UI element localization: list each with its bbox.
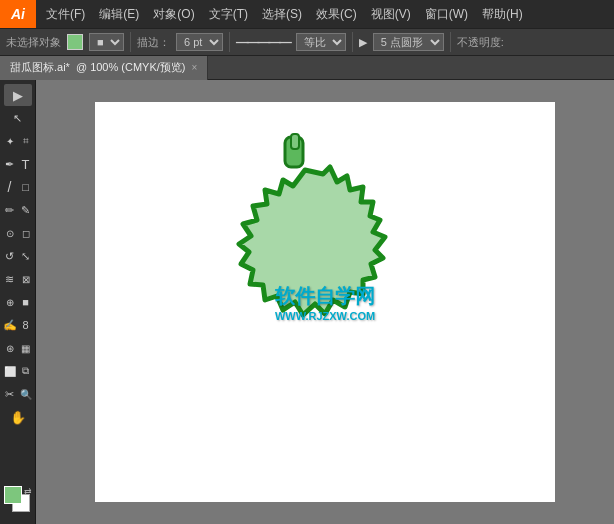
scissors-group: ✂ 🔍	[3, 383, 33, 405]
separator-4	[450, 32, 451, 52]
fill-type-dropdown[interactable]: ■	[89, 33, 124, 51]
stroke-label: 描边：	[137, 35, 170, 50]
shape-group: ⊕ ■	[3, 291, 33, 313]
pen-tool[interactable]: ✒	[3, 153, 17, 175]
foreground-color[interactable]	[4, 486, 22, 504]
no-selection-label: 未选择对象	[6, 35, 61, 50]
toolbar: ▶ ↖ ✦ ⌗ ✒ T / □ ✏ ✎ ⊙ ◻ ↺ ⤡ ≋ ⊠	[0, 80, 36, 524]
eyedrop-group: ✍ 8	[3, 314, 33, 336]
symbol-spray-tool[interactable]: ⊛	[3, 337, 17, 359]
blend-tool[interactable]: 8	[19, 314, 33, 336]
direct-select-tool[interactable]: ↖	[4, 107, 32, 129]
menu-effect[interactable]: 效果(C)	[310, 4, 363, 25]
warp-group: ≋ ⊠	[3, 268, 33, 290]
slice-tool[interactable]: ⧉	[19, 360, 33, 382]
menu-edit[interactable]: 编辑(E)	[93, 4, 145, 25]
separator-2	[229, 32, 230, 52]
rotate-tool[interactable]: ↺	[3, 245, 17, 267]
melon-icon	[175, 132, 435, 452]
free-transform-tool[interactable]: ⊠	[19, 268, 33, 290]
magic-wand-group: ✦ ⌗	[3, 130, 33, 152]
magic-wand-tool[interactable]: ✦	[3, 130, 17, 152]
menu-object[interactable]: 对象(O)	[147, 4, 200, 25]
blob-brush-tool[interactable]: ⊙	[3, 222, 17, 244]
blob-group: ⊙ ◻	[3, 222, 33, 244]
shape-builder-tool[interactable]: ⊕	[3, 291, 17, 313]
line-style-dropdown[interactable]: 等比	[296, 33, 346, 51]
menu-bar: 文件(F) 编辑(E) 对象(O) 文字(T) 选择(S) 效果(C) 视图(V…	[36, 0, 529, 28]
tab-mode: @ 100% (CMYK/预览)	[76, 60, 186, 75]
menu-text[interactable]: 文字(T)	[203, 4, 254, 25]
hand-tool[interactable]: ✋	[4, 406, 32, 428]
line-group: / □	[3, 176, 33, 198]
options-bar: 未选择对象 ■ 描边： 6 pt ───── 等比 ▶ 5 点圆形 不透明度:	[0, 28, 614, 56]
symbol-group: ⊛ ▦	[3, 337, 33, 359]
menu-window[interactable]: 窗口(W)	[419, 4, 474, 25]
color-stack: ⇄	[4, 486, 32, 514]
artboard-tool[interactable]: ⬜	[3, 360, 17, 382]
artboard-group: ⬜ ⧉	[3, 360, 33, 382]
tab-title: 甜瓜图标.ai*	[10, 60, 70, 75]
menu-help[interactable]: 帮助(H)	[476, 4, 529, 25]
swap-colors-icon[interactable]: ⇄	[24, 486, 32, 496]
menu-view[interactable]: 视图(V)	[365, 4, 417, 25]
tab-close-button[interactable]: ×	[191, 62, 197, 73]
select-tool[interactable]: ▶	[4, 84, 32, 106]
eraser-tool[interactable]: ◻	[19, 222, 33, 244]
ai-logo: Ai	[0, 0, 36, 28]
menu-file[interactable]: 文件(F)	[40, 4, 91, 25]
lasso-tool[interactable]: ⌗	[19, 130, 33, 152]
rotate-group: ↺ ⤡	[3, 245, 33, 267]
fill-color-box[interactable]	[67, 34, 83, 50]
zoom-tool[interactable]: 🔍	[19, 383, 33, 405]
paintbrush-tool[interactable]: ✏	[3, 199, 17, 221]
opacity-label: 不透明度:	[457, 35, 504, 50]
canvas-area: 软件自学网 WWW.RJZXW.COM	[36, 80, 614, 524]
pen-group: ✒ T	[3, 153, 33, 175]
document-tab[interactable]: 甜瓜图标.ai* @ 100% (CMYK/预览) ×	[0, 56, 208, 80]
main-area: ▶ ↖ ✦ ⌗ ✒ T / □ ✏ ✎ ⊙ ◻ ↺ ⤡ ≋ ⊠	[0, 80, 614, 524]
scale-tool[interactable]: ⤡	[19, 245, 33, 267]
separator-1	[130, 32, 131, 52]
gradient-tool[interactable]: ■	[19, 291, 33, 313]
separator-3	[352, 32, 353, 52]
brush-group: ✏ ✎	[3, 199, 33, 221]
menu-select[interactable]: 选择(S)	[256, 4, 308, 25]
point-shape-dropdown[interactable]: 5 点圆形	[373, 33, 444, 51]
pencil-tool[interactable]: ✎	[19, 199, 33, 221]
warp-tool[interactable]: ≋	[3, 268, 17, 290]
title-bar: Ai 文件(F) 编辑(E) 对象(O) 文字(T) 选择(S) 效果(C) 视…	[0, 0, 614, 28]
color-section: ⇄	[4, 486, 32, 524]
stroke-dropdown[interactable]: 6 pt	[176, 33, 223, 51]
scissors-tool[interactable]: ✂	[3, 383, 17, 405]
line-tool[interactable]: /	[3, 176, 17, 198]
tab-bar: 甜瓜图标.ai* @ 100% (CMYK/预览) ×	[0, 56, 614, 80]
graph-tool[interactable]: ▦	[19, 337, 33, 359]
svg-rect-1	[291, 134, 299, 149]
artboard: 软件自学网 WWW.RJZXW.COM	[95, 102, 555, 502]
type-tool[interactable]: T	[19, 153, 33, 175]
rectangle-tool[interactable]: □	[19, 176, 33, 198]
eyedropper-tool[interactable]: ✍	[3, 314, 17, 336]
